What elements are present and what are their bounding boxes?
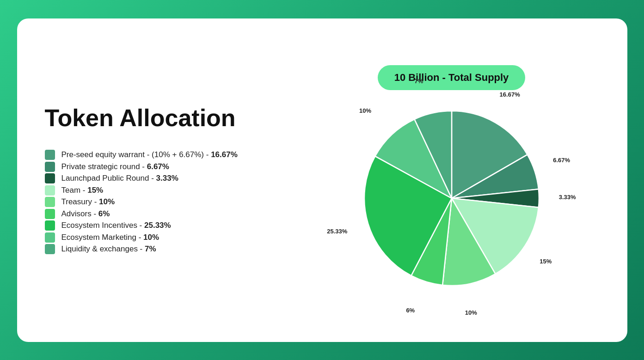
legend-swatch-launchpad [45, 173, 55, 183]
legend-swatch-private-strategic [45, 162, 55, 172]
right-panel: 10 Billion - Total Supply 16.67%6.67%3.3… [304, 65, 600, 295]
legend-item-private-strategic: Private strategic round - 6.67% [45, 161, 285, 173]
legend-text-ecosystem-marketing: Ecosystem Marketing - 10% [61, 232, 159, 244]
pie-label-treasury: 10% [465, 309, 477, 316]
legend-item-treasury: Treasury - 10% [45, 196, 285, 208]
legend-item-advisors: Advisors - 6% [45, 208, 285, 220]
supply-badge: 10 Billion - Total Supply [378, 65, 526, 90]
left-panel: Token Allocation Pre-seed equity warrant… [45, 105, 285, 255]
legend-swatch-treasury [45, 197, 55, 207]
legend-swatch-advisors [45, 209, 55, 219]
pie-chart: 16.67%6.67%3.33%15%10%6%25.33%10%7% [355, 101, 549, 295]
legend-text-ecosystem-incentives: Ecosystem Incentives - 25.33% [61, 220, 171, 232]
legend-swatch-ecosystem-marketing [45, 232, 55, 243]
pie-label-private-strategic: 6.67% [553, 157, 570, 164]
legend-text-team: Team - 15% [61, 184, 104, 196]
legend-text-private-strategic: Private strategic round - 6.67% [61, 161, 169, 173]
legend-swatch-liquidity [45, 244, 55, 254]
legend-item-ecosystem-marketing: Ecosystem Marketing - 10% [45, 232, 285, 244]
pie-svg [355, 101, 549, 295]
pie-label-launchpad: 3.33% [559, 194, 576, 201]
legend-item-liquidity: Liquidity & exchanges - 7% [45, 243, 285, 255]
pie-label-ecosystem-incentives: 25.33% [327, 228, 347, 235]
legend-swatch-pre-seed [45, 150, 55, 160]
legend-text-advisors: Advisors - 6% [61, 208, 110, 220]
legend-container: Pre-seed equity warrant - (10% + 6.67%) … [45, 149, 285, 255]
page-title: Token Allocation [45, 105, 285, 131]
pie-label-advisors: 6% [406, 307, 415, 314]
pie-label-pre-seed: 16.67% [500, 91, 520, 98]
legend-item-pre-seed: Pre-seed equity warrant - (10% + 6.67%) … [45, 149, 285, 161]
legend-item-ecosystem-incentives: Ecosystem Incentives - 25.33% [45, 220, 285, 232]
legend-text-launchpad: Launchpad Public Round - 3.33% [61, 172, 178, 184]
legend-swatch-ecosystem-incentives [45, 220, 55, 231]
legend-item-launchpad: Launchpad Public Round - 3.33% [45, 172, 285, 184]
legend-text-pre-seed: Pre-seed equity warrant - (10% + 6.67%) … [61, 149, 238, 161]
legend-text-treasury: Treasury - 10% [61, 196, 115, 208]
legend-text-liquidity: Liquidity & exchanges - 7% [61, 243, 156, 255]
main-card: Token Allocation Pre-seed equity warrant… [17, 18, 627, 342]
legend-swatch-team [45, 185, 55, 195]
legend-item-team: Team - 15% [45, 184, 285, 196]
